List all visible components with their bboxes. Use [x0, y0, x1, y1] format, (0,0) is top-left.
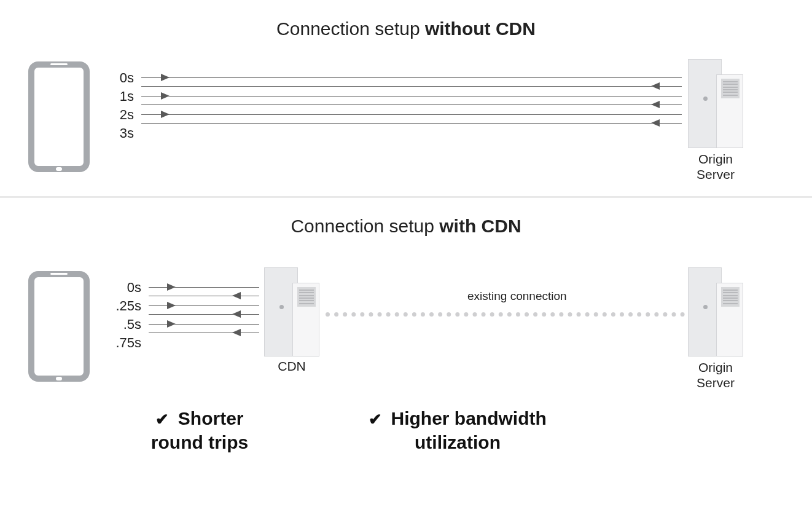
time-label: 0s: [97, 70, 134, 86]
title-bold: with CDN: [439, 216, 521, 236]
response-arrow: [149, 296, 259, 296]
title-prefix: Connection setup: [276, 18, 425, 39]
arrow-head-icon: [651, 82, 660, 90]
arrow-head-icon: [232, 292, 241, 299]
phone-icon: [28, 271, 90, 382]
cdn-label: CDN: [255, 358, 329, 374]
title-without-cdn: Connection setup without CDN: [0, 0, 812, 39]
benefit-shorter-roundtrips: ✔ Shorter round trips: [120, 406, 279, 454]
server-front: [716, 283, 743, 357]
arrow-head-icon: [161, 74, 170, 81]
check-icon: ✔: [369, 410, 382, 428]
arrow-head-icon: [651, 119, 660, 127]
response-arrow: [149, 333, 259, 333]
arrow-head-icon: [232, 310, 241, 318]
time-label: .5s: [104, 317, 141, 333]
origin-server-icon: Origin Server: [688, 59, 743, 148]
title-with-cdn: Connection setup with CDN: [0, 197, 812, 237]
panel-with-cdn: Connection setup with CDN 0s .25s .5s .7…: [0, 197, 812, 517]
response-arrow: [141, 123, 682, 124]
server-front: [716, 74, 743, 148]
origin-server-label: Origin Server: [679, 151, 752, 182]
arrow-head-icon: [167, 283, 176, 291]
time-label: 2s: [97, 107, 134, 123]
origin-server-icon: Origin Server: [688, 267, 743, 357]
arrow-head-icon: [161, 111, 170, 118]
server-front: [292, 283, 319, 357]
response-arrow: [149, 314, 259, 315]
existing-connection-label: existing connection: [464, 290, 571, 303]
arrow-head-icon: [651, 101, 660, 108]
request-arrow: [149, 324, 259, 325]
request-arrow: [141, 96, 682, 97]
time-label: 3s: [97, 125, 134, 141]
panel-without-cdn: Connection setup without CDN 0s 1s 2s 3s…: [0, 0, 812, 197]
cdn-server-icon: CDN: [264, 267, 319, 357]
response-arrow: [141, 104, 682, 105]
check-icon: ✔: [155, 410, 169, 428]
existing-connection-line: [326, 312, 685, 317]
time-label: 1s: [97, 89, 134, 104]
request-arrow: [141, 114, 682, 115]
arrow-head-icon: [167, 302, 176, 309]
origin-server-label: Origin Server: [679, 360, 752, 390]
title-bold: without CDN: [425, 18, 536, 39]
time-label: 0s: [104, 280, 141, 296]
time-label: .75s: [104, 335, 141, 351]
title-prefix: Connection setup: [291, 216, 439, 236]
arrow-head-icon: [167, 320, 176, 328]
time-label: .25s: [104, 298, 141, 314]
request-arrow: [141, 77, 682, 78]
phone-icon: [28, 61, 90, 172]
arrow-head-icon: [232, 329, 241, 336]
benefit-higher-bandwidth: ✔ Higher bandwidth utilization: [341, 406, 574, 454]
request-arrow: [149, 287, 259, 288]
arrow-head-icon: [161, 92, 170, 100]
response-arrow: [141, 86, 682, 87]
request-arrow: [149, 305, 259, 306]
